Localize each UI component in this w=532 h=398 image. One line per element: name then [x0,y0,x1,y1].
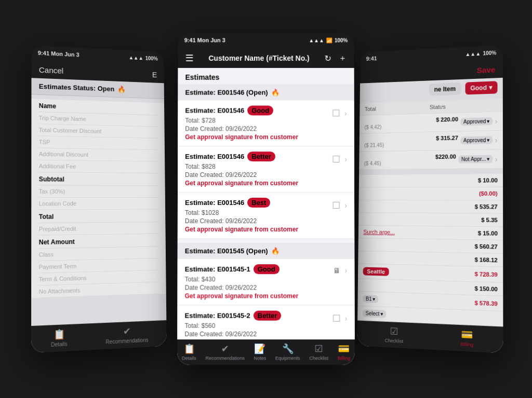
wifi-icon-center: 📶 [326,37,332,43]
estimate-card-3[interactable]: Estimate: E001546 Best Total: $1028 Date… [178,193,354,239]
right-tab-bar: ☑ Checklist 💳 Billing [357,321,503,353]
additional-fee-field[interactable]: Additional Fee [39,160,158,173]
row2-sub: ($ 21.45) [364,141,458,148]
estimate-group-1: Estimate: E001546 (Open) 🔥 Estimate: E00… [178,85,354,239]
card1-signature[interactable]: Get approval signature from customer [185,133,332,141]
surch-label: Surch arge... [363,229,466,236]
card4-title-row: Estimate: E001545-1 Good [185,264,334,274]
card5-content: Estimate: E001545-2 Better Total: $560 D… [184,311,332,339]
card3-date: Date Created: 09/26/2022 [185,217,332,225]
tab-notes-center-label: Notes [254,355,267,361]
billing-row-3[interactable]: $220.00 ($ 4.45) Not Appr... ▾ › [359,149,503,170]
save-button[interactable]: Save [477,65,496,74]
estimate-card-1[interactable]: Estimate: E001546 Good Total: $728 Date … [178,101,354,147]
tab-details-left[interactable]: 📋 Details [51,328,68,348]
card2-signature[interactable]: Get approval signature from customer [185,180,332,187]
row2-status[interactable]: Approved ▾ [460,136,493,144]
header-actions: ↻ ＋ [325,53,347,64]
center-scroll-area[interactable]: Estimates Estimate: E001546 (Open) 🔥 Est… [177,68,354,339]
group2-title: Estimate: E001545 (Open) [185,247,268,255]
billing-row-1[interactable]: $ 220.00 ($ 4.42) Approved ▾ › [360,112,503,133]
tab-checklist-center[interactable]: ☑ Checklist [309,343,328,361]
amount-9: $ 578.39 [466,299,498,307]
amount-row-1: $ 10.00 [359,174,503,187]
hamburger-icon[interactable]: ☰ [185,52,194,64]
row1-status-chevron: ▾ [487,118,489,124]
center-status-bar: 9:41 Mon Jun 3 ▲▲▲ 📶 100% [178,33,354,48]
location-code-field[interactable]: Location Code [39,198,158,210]
tab-recommendations-center[interactable]: ✔ Recommendations [205,343,244,361]
group2-header: Estimate: E001545 (Open) 🔥 [178,243,355,259]
tab-checklist-right[interactable]: ☑ Checklist [385,325,404,344]
card1-title-row: Estimate: E001546 Good [185,105,332,115]
amount-728: $ 728.39 [466,270,498,278]
group1-title: Estimate: E001546 (Open) [185,89,268,97]
center-tab-bar: 📋 Details ✔ Recommendations 📝 Notes 🔧 Eq… [177,339,355,365]
tax-field[interactable]: Tax (30%) [39,186,158,198]
row1-status[interactable]: Approved ▾ [460,117,493,126]
estimate-card-4[interactable]: Estimate: E001545-1 Good Total: $430 Dat… [177,259,354,305]
tab-recommendations-label: Recommendations [105,337,148,345]
estimate-card-2[interactable]: Estimate: E001546 Better Total: $828 Dat… [178,146,354,193]
refresh-icon[interactable]: ↻ [325,53,331,63]
select-chevron: ▾ [380,311,383,317]
tab-billing-right[interactable]: 💳 Billing [461,328,474,347]
card2-content: Estimate: E001546 Better Total: $828 Dat… [185,152,332,187]
card4-signature[interactable]: Get approval signature from customer [185,292,334,299]
card2-checkbox[interactable]: ☐ [332,154,340,165]
right-time: 9:41 [366,56,377,62]
estimate-card-5[interactable]: Estimate: E001545-2 Better Total: $560 D… [177,306,354,339]
ne-item-button[interactable]: ne Item [429,83,461,96]
good-button[interactable]: Good ▾ [465,81,497,94]
details-icon-center: 📋 [183,343,195,354]
row3-status[interactable]: Not Appr... ▾ [458,155,493,163]
card1-date: Date Created: 09/26/2022 [185,125,332,132]
tab-checklist-center-label: Checklist [309,355,328,361]
amount-row-2: ($0.00) [359,187,503,201]
left-device: 9:41 Mon Jun 3 ▲▲▲ 100% Cancel E Estimat… [31,45,167,353]
tab-recommendations-left[interactable]: ✔ Recommendations [105,324,148,345]
details-icon: 📋 [54,328,65,340]
card5-chevron: › [345,314,348,323]
card5-title-row: Estimate: E001545-2 Better [184,311,332,321]
additional-discount-field[interactable]: Additional Discount [39,148,158,162]
card5-checkbox[interactable]: ☐ [332,313,341,324]
card3-total: Total: $1028 [185,209,332,216]
amount-2: ($0.00) [466,190,498,197]
add-icon[interactable]: ＋ [338,53,347,64]
prepaid-credit-field[interactable]: Prepaid/Credit [39,222,159,236]
select-dropdown[interactable]: Select ▾ [363,309,386,318]
tab-equipments-center[interactable]: 🔧 Equipments [275,343,300,361]
total-column-header: Total [365,104,430,112]
tab-billing-center[interactable]: 💳 Billing [338,343,350,361]
card5-badge: Better [254,311,282,321]
card3-signature[interactable]: Get approval signature from customer [185,226,332,233]
good-label: Good [470,84,487,92]
amount-1: $ 10.00 [466,177,497,184]
center-title: Customer Name (#Ticket No.) [194,54,325,62]
billing-row-2[interactable]: $ 315.27 ($ 21.45) Approved ▾ › [360,131,503,152]
card5-date: Date Created: 09/26/2022 [184,331,332,338]
edit-button[interactable]: E [152,70,157,79]
card4-right: 🖥 › [334,264,348,275]
card2-badge: Better [247,152,275,161]
amount-6: $ 560.27 [466,243,498,250]
tab-details-center[interactable]: 📋 Details [182,343,196,361]
card3-checkbox[interactable]: ☐ [332,200,340,211]
cancel-button[interactable]: Cancel [39,65,63,75]
card3-right: ☐ › [332,198,347,211]
right-status-icons: ▲▲▲ 100% [465,50,496,57]
amounts-section: $ 10.00 ($0.00) $ 535.27 $ 5.35 Surch ar… [357,174,503,327]
good-chevron-icon: ▾ [489,84,492,91]
subtotal-label: Subtotal [39,172,158,186]
card1-checkbox[interactable]: ☐ [332,107,340,119]
recommendations-icon: ✔ [123,325,131,337]
amount-3: $ 535.27 [466,203,498,210]
card2-right: ☐ › [332,152,347,165]
card1-badge: Good [247,105,273,115]
billing-table: Total Status $ 220.00 ($ 4.42) Approved … [359,99,503,170]
card5-total: Total: $560 [184,322,332,330]
b1-dropdown[interactable]: B1 ▾ [363,295,378,303]
row1-chevron: › [495,117,498,125]
tab-notes-center[interactable]: 📝 Notes [254,343,267,361]
